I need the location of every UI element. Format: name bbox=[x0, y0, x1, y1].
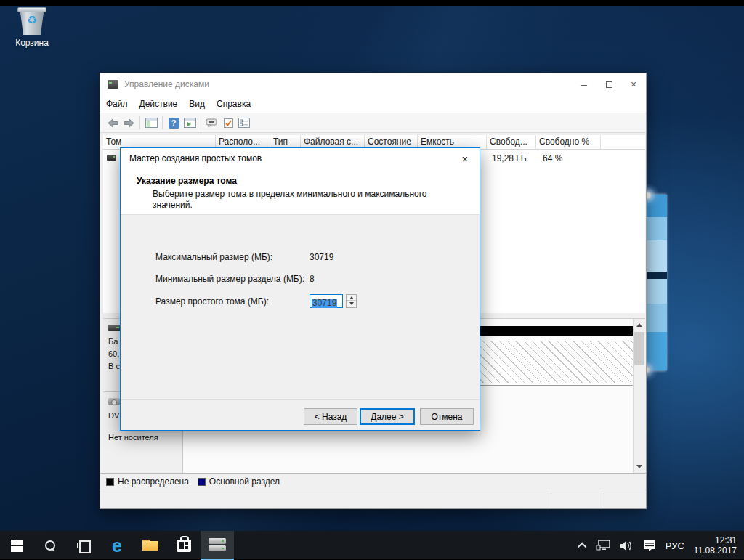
volume-free-space: 19,28 ГБ bbox=[492, 153, 527, 163]
min-size-label: Минимальный размер раздела (МБ): bbox=[155, 274, 304, 284]
recycle-symbol-icon: ♻ bbox=[19, 15, 45, 26]
search-icon bbox=[45, 540, 55, 551]
start-button[interactable] bbox=[0, 531, 33, 560]
column-header-empty bbox=[601, 135, 642, 149]
vertical-scrollbar[interactable] bbox=[633, 319, 645, 473]
button-area-divider bbox=[121, 399, 480, 400]
windows-logo-icon bbox=[11, 540, 23, 552]
volume-size-label: Размер простого тома (МБ): bbox=[155, 296, 269, 307]
legend-unallocated: Не распределена bbox=[106, 476, 189, 487]
min-size-value: 8 bbox=[310, 274, 315, 284]
status-separator bbox=[604, 493, 604, 506]
toolbar-separator bbox=[162, 116, 163, 129]
disk-tip-icon[interactable] bbox=[204, 115, 220, 130]
column-header-free-percent[interactable]: Свободно % bbox=[536, 135, 601, 149]
legend-bar: Не распределена Основной раздел bbox=[100, 473, 646, 490]
edge-button[interactable]: e bbox=[100, 531, 134, 560]
desktop: ♻ Корзина Управление дисками – × Файл Де… bbox=[0, 0, 744, 560]
network-icon[interactable] bbox=[596, 540, 610, 551]
system-tray: РУС 12:31 11.08.2017 bbox=[580, 531, 744, 560]
screen-top-letterbox bbox=[0, 0, 744, 6]
disk-management-app-icon bbox=[108, 80, 118, 89]
maximize-button[interactable] bbox=[597, 73, 621, 95]
menu-help[interactable]: Справка bbox=[211, 95, 256, 113]
volume-row-icon bbox=[107, 155, 116, 161]
legend-primary-label: Основной раздел bbox=[209, 476, 280, 487]
volume-size-selected-text: 30719 bbox=[312, 299, 337, 308]
wallpaper-windows-logo bbox=[645, 195, 667, 370]
file-explorer-button[interactable] bbox=[134, 531, 167, 560]
properties-icon[interactable] bbox=[236, 115, 252, 130]
scroll-up-icon bbox=[636, 323, 642, 327]
dialog-titlebar[interactable]: Мастер создания простых томов × bbox=[121, 148, 480, 169]
no-media-text: Нет носителя bbox=[108, 433, 158, 442]
scroll-down-button[interactable] bbox=[634, 460, 645, 473]
minimize-button[interactable]: – bbox=[572, 73, 597, 95]
maximize-icon bbox=[606, 81, 612, 88]
language-indicator[interactable]: РУС bbox=[666, 540, 684, 551]
help-icon[interactable]: ? bbox=[166, 115, 182, 130]
recycle-bin-shortcut[interactable]: ♻ Корзина bbox=[9, 7, 55, 48]
recycle-bin-label: Корзина bbox=[9, 38, 55, 48]
back-button[interactable]: < Назад bbox=[304, 408, 357, 425]
new-simple-volume-wizard: Мастер создания простых томов × Указание… bbox=[120, 147, 480, 431]
back-icon[interactable] bbox=[105, 115, 121, 130]
scroll-down-icon bbox=[636, 465, 642, 468]
window-title: Управление дисками bbox=[124, 79, 209, 89]
taskbar: e РУС 12:31 11.08.2017 bbox=[0, 531, 744, 560]
disk-management-taskbar-button[interactable] bbox=[201, 531, 234, 560]
checklist-icon[interactable] bbox=[220, 115, 236, 130]
folder-icon bbox=[142, 540, 158, 551]
legend-primary: Основной раздел bbox=[198, 476, 280, 487]
spinner-down-button[interactable] bbox=[347, 301, 356, 307]
disk-management-icon bbox=[209, 538, 226, 551]
volume-size-spinner bbox=[346, 294, 357, 308]
clock[interactable]: 12:31 11.08.2017 bbox=[694, 535, 737, 556]
column-header-free[interactable]: Свобод... bbox=[487, 135, 536, 149]
scroll-up-button[interactable] bbox=[634, 319, 645, 331]
dialog-subtitle: Выберите размер тома в пределах минималь… bbox=[153, 189, 465, 211]
menu-bar: Файл Действие Вид Справка bbox=[100, 95, 646, 113]
status-separator bbox=[551, 493, 551, 506]
dialog-close-button[interactable]: × bbox=[450, 148, 480, 169]
spinner-down-icon bbox=[349, 302, 354, 305]
search-button[interactable] bbox=[33, 531, 67, 560]
action-center-icon[interactable] bbox=[643, 540, 656, 551]
spinner-up-button[interactable] bbox=[347, 295, 356, 301]
window-titlebar[interactable]: Управление дисками – × bbox=[100, 73, 646, 95]
close-button[interactable]: × bbox=[621, 73, 646, 95]
menu-file[interactable]: Файл bbox=[100, 95, 134, 113]
forward-icon[interactable] bbox=[121, 115, 137, 130]
edge-icon: e bbox=[112, 537, 122, 555]
tray-overflow-chevron-icon[interactable] bbox=[578, 542, 587, 551]
console-tree-icon[interactable] bbox=[143, 115, 159, 130]
volume-size-input[interactable]: 30719 bbox=[310, 294, 343, 308]
store-icon bbox=[177, 540, 191, 552]
max-size-value: 30719 bbox=[310, 252, 333, 262]
clock-date: 11.08.2017 bbox=[694, 545, 737, 556]
legend-unallocated-label: Не распределена bbox=[118, 476, 189, 487]
toolbar-separator bbox=[140, 116, 140, 129]
volume-free-percent: 64 % bbox=[543, 153, 562, 163]
menu-view[interactable]: Вид bbox=[183, 95, 211, 113]
status-bar bbox=[100, 490, 646, 508]
dialog-heading: Указание размера тома bbox=[137, 176, 237, 186]
scrollbar-thumb[interactable] bbox=[634, 332, 644, 365]
task-view-icon bbox=[77, 540, 90, 551]
show-console-icon[interactable] bbox=[182, 115, 198, 130]
store-button[interactable] bbox=[167, 531, 201, 560]
legend-unallocated-swatch bbox=[106, 478, 114, 486]
spinner-up-icon bbox=[349, 296, 354, 299]
toolbar-separator bbox=[201, 116, 201, 129]
dialog-header: Указание размера тома Выберите размер то… bbox=[121, 169, 480, 215]
menu-action[interactable]: Действие bbox=[134, 95, 184, 113]
dialog-title: Мастер создания простых томов bbox=[129, 153, 262, 163]
legend-primary-swatch bbox=[198, 478, 206, 486]
cdrom-icon bbox=[108, 398, 120, 405]
clock-time: 12:31 bbox=[694, 535, 737, 545]
volume-icon[interactable] bbox=[620, 540, 634, 551]
task-view-button[interactable] bbox=[67, 531, 100, 560]
next-button[interactable]: Далее > bbox=[360, 408, 415, 425]
max-size-label: Максимальный размер (МБ): bbox=[155, 252, 272, 262]
cancel-button[interactable]: Отмена bbox=[420, 408, 474, 425]
